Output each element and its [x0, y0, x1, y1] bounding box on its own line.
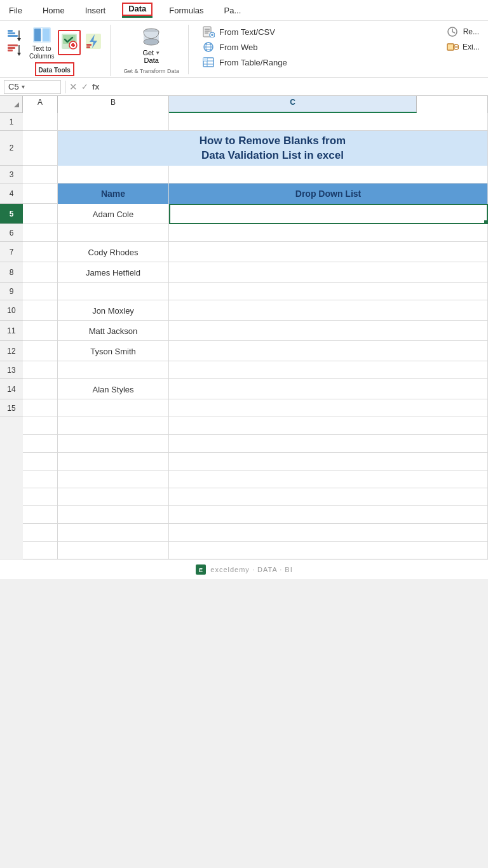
cell-b3[interactable] [58, 166, 169, 184]
cancel-formula-icon[interactable]: ✕ [69, 81, 78, 93]
cell-b11[interactable]: Matt Jackson [58, 321, 169, 341]
cell-c-extra1[interactable] [169, 417, 488, 435]
cell-b8[interactable]: James Hetfield [58, 262, 169, 283]
cell-b-extra1[interactable] [58, 417, 169, 435]
cell-a-extra2[interactable] [23, 435, 58, 453]
cell-c12[interactable] [169, 341, 488, 361]
cell-a3[interactable] [23, 166, 58, 184]
row-num-11[interactable]: 11 [0, 321, 23, 341]
cell-b9[interactable] [58, 283, 169, 300]
row-num-12[interactable]: 12 [0, 341, 23, 361]
cell-b-extra7[interactable] [58, 524, 169, 542]
cell-c1[interactable] [169, 113, 488, 131]
cell-b-extra4[interactable] [58, 471, 169, 488]
menu-formulas[interactable]: Formulas [165, 4, 207, 17]
cell-a1[interactable] [23, 113, 58, 131]
select-all-icon[interactable] [0, 96, 23, 110]
cell-b5[interactable]: Adam Cole [58, 204, 169, 224]
cell-c5-active[interactable] [169, 204, 488, 224]
cell-c11[interactable] [169, 321, 488, 341]
row-num-5[interactable]: 5 [0, 204, 23, 224]
cell-a-extra7[interactable] [23, 524, 58, 542]
cell-a-extra8[interactable] [23, 542, 58, 559]
col-header-a[interactable]: A [23, 96, 58, 113]
text-to-columns-button[interactable]: Text toColumns [29, 25, 54, 60]
cell-a7[interactable] [23, 242, 58, 262]
row-num-2[interactable]: 2 [0, 131, 23, 166]
cell-a2[interactable] [23, 131, 58, 166]
cell-b1[interactable] [58, 113, 169, 131]
cell-a6[interactable] [23, 224, 58, 242]
cell-c-extra4[interactable] [169, 471, 488, 488]
cell-c-extra7[interactable] [169, 524, 488, 542]
sort-za-icon[interactable] [6, 43, 24, 57]
cell-c7[interactable] [169, 242, 488, 262]
menu-insert[interactable]: Insert [81, 4, 110, 17]
row-num-9[interactable]: 9 [0, 283, 23, 300]
col-header-b[interactable]: B [58, 96, 169, 113]
cell-c-extra5[interactable] [169, 488, 488, 506]
row-num-10[interactable]: 10 [0, 300, 23, 321]
cell-c8[interactable] [169, 262, 488, 283]
cell-b-extra5[interactable] [58, 488, 169, 506]
cell-a-extra4[interactable] [23, 471, 58, 488]
cell-b6[interactable] [58, 224, 169, 242]
cell-a-extra6[interactable] [23, 506, 58, 524]
cell-c-extra6[interactable] [169, 506, 488, 524]
row-num-6[interactable]: 6 [0, 224, 23, 242]
confirm-formula-icon[interactable]: ✓ [81, 82, 88, 91]
row-num-13[interactable]: 13 [0, 361, 23, 379]
cell-b-extra6[interactable] [58, 506, 169, 524]
cell-b13[interactable] [58, 361, 169, 379]
row-num-3[interactable]: 3 [0, 166, 23, 184]
cell-ref-dropdown-arrow[interactable]: ▾ [22, 83, 25, 90]
col-header-c[interactable]: C [169, 96, 417, 113]
cell-a9[interactable] [23, 283, 58, 300]
row-num-7[interactable]: 7 [0, 242, 23, 262]
cell-b14[interactable]: Alan Styles [58, 379, 169, 399]
recent-sources-button[interactable]: Re... [444, 25, 482, 39]
row-num-1[interactable]: 1 [0, 113, 23, 131]
cell-b10[interactable]: Jon Moxley [58, 300, 169, 321]
cell-b-extra8[interactable] [58, 542, 169, 559]
cell-reference-box[interactable]: C5 ▾ [4, 80, 61, 94]
cell-c9[interactable] [169, 283, 488, 300]
cell-c3[interactable] [169, 166, 488, 184]
cell-c14[interactable] [169, 379, 488, 399]
insert-function-icon[interactable]: fx [92, 82, 100, 91]
data-validation-icon[interactable] [60, 32, 78, 50]
from-web-button[interactable]: From Web [199, 40, 433, 54]
cell-b-extra2[interactable] [58, 435, 169, 453]
cell-a-extra3[interactable] [23, 453, 58, 471]
cell-c13[interactable] [169, 361, 488, 379]
cell-c10[interactable] [169, 300, 488, 321]
flash-fill-icon[interactable] [85, 32, 102, 53]
from-table-range-button[interactable]: From Table/Range [199, 55, 433, 69]
cell-a11[interactable] [23, 321, 58, 341]
cell-c-extra8[interactable] [169, 542, 488, 559]
cell-a10[interactable] [23, 300, 58, 321]
cell-b15[interactable] [58, 399, 169, 417]
cell-a-extra5[interactable] [23, 488, 58, 506]
cell-b4-header[interactable]: Name [58, 184, 169, 204]
row-num-15[interactable]: 15 [0, 399, 23, 417]
cell-a13[interactable] [23, 361, 58, 379]
from-text-csv-button[interactable]: From Text/CSV [199, 25, 433, 39]
col-header-rest[interactable] [417, 96, 488, 113]
row-num-14[interactable]: 14 [0, 379, 23, 399]
sort-az-icon[interactable] [6, 29, 24, 43]
cell-a12[interactable] [23, 341, 58, 361]
cell-b7[interactable]: Cody Rhodes [58, 242, 169, 262]
menu-file[interactable]: File [5, 4, 26, 17]
cell-c-extra2[interactable] [169, 435, 488, 453]
cell-a15[interactable] [23, 399, 58, 417]
cell-c4-header[interactable]: Drop Down List [169, 184, 488, 204]
cell-c-extra3[interactable] [169, 453, 488, 471]
cell-a8[interactable] [23, 262, 58, 283]
cell-a-extra1[interactable] [23, 417, 58, 435]
cell-a14[interactable] [23, 379, 58, 399]
menu-data[interactable]: Data [122, 3, 152, 18]
cell-c15[interactable] [169, 399, 488, 417]
row-num-8[interactable]: 8 [0, 262, 23, 283]
cell-b-extra3[interactable] [58, 453, 169, 471]
